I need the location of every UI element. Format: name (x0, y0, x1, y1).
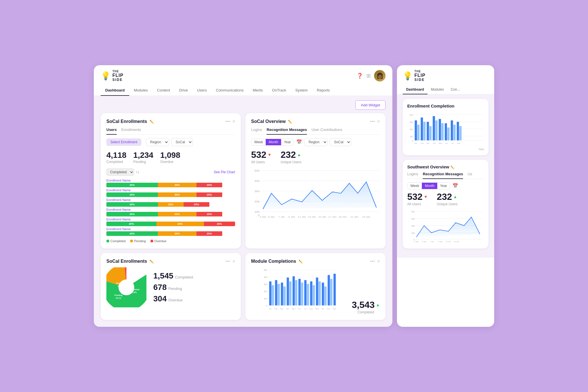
sw-tab-recognition[interactable]: Recognition Messages (423, 172, 463, 179)
svg-text:200: 200 (411, 232, 415, 234)
svg-rect-51 (289, 281, 291, 305)
svg-text:350: 350 (411, 225, 415, 227)
module-widget-header: Module Completions ✏️ ••• ≡ (251, 259, 380, 264)
nav-ontrack[interactable]: OnTrack (267, 85, 291, 96)
sort-arrows-icon[interactable]: ↑↓ (136, 170, 139, 174)
select-enrollment-btn[interactable]: Select Enrollment (106, 138, 141, 146)
progress-bar-item: Enrollment Name 40% 30% 20% (106, 179, 235, 187)
svg-rect-64 (328, 275, 330, 306)
svg-rect-56 (304, 280, 307, 305)
add-widget-button[interactable]: Add Widget (355, 100, 386, 110)
svg-text:May: May (439, 142, 442, 144)
socal-select[interactable]: SoCal (171, 138, 193, 146)
svg-text:5 Jan: 5 Jan (268, 216, 275, 218)
svg-text:Aug: Aug (309, 308, 313, 310)
legend-dot-overdue (150, 240, 153, 242)
tab-enrollments[interactable]: Enrollments (121, 128, 141, 135)
layout-icon[interactable]: ⊞ (366, 73, 371, 79)
overview-more-icon[interactable]: ••• (370, 119, 375, 124)
bar-overdue: 20% (196, 231, 222, 236)
period-month[interactable]: Month (266, 139, 281, 145)
more-options-icon[interactable]: ••• (225, 119, 230, 124)
svg-text:19.1%: 19.1% (116, 297, 122, 299)
see-pie-link[interactable]: See Pie Chart (214, 170, 235, 174)
bar-overdue: 25% (204, 222, 235, 226)
svg-text:15 Jan: 15 Jan (318, 216, 326, 218)
overview-tab-logins[interactable]: Logins (251, 128, 262, 135)
module-more-icon[interactable]: ••• (370, 259, 375, 264)
pie-widget-controls: ••• ≡ (225, 259, 235, 264)
period-btn-group: Week Month Year (251, 139, 294, 146)
svg-text:Dec: Dec (333, 308, 336, 310)
nav-drive[interactable]: Drive (175, 85, 192, 96)
logo-icon: 💡 (101, 71, 111, 81)
nav-users[interactable]: Users (192, 85, 211, 96)
overview-menu-icon[interactable]: ≡ (377, 119, 380, 124)
tab-users[interactable]: Users (106, 128, 117, 135)
sw-period-month[interactable]: Month (422, 183, 437, 189)
help-icon[interactable]: ❓ (357, 73, 363, 79)
sw-calendar-icon[interactable]: 📅 (452, 183, 458, 188)
stat-completed: 4,118 Completed (106, 151, 126, 164)
sw-unique-users-arrow: ▲ (453, 194, 457, 199)
side-logo-flip: FLIP (414, 73, 426, 78)
widget-title-enrollments: SoCal Enrollments ✏️ (106, 119, 154, 124)
nav-dashboard[interactable]: Dashboard (101, 85, 129, 96)
svg-rect-101 (451, 120, 453, 140)
sw-period-week[interactable]: Week (408, 183, 422, 189)
svg-text:Pending: Pending (114, 294, 122, 297)
nav-merits[interactable]: Merits (248, 85, 267, 96)
overview-region-select[interactable]: Region (304, 138, 327, 146)
logo-the: THE (112, 70, 124, 73)
svg-text:350: 350 (255, 190, 260, 193)
svg-marker-11 (263, 182, 376, 209)
svg-text:11 Jan: 11 Jan (298, 216, 306, 218)
all-users-arrow: ▼ (267, 152, 271, 157)
sort-row: Completed ↑↓ See Pie Chart (106, 168, 235, 176)
progress-bar-name: Enrollment Name (106, 227, 235, 231)
svg-rect-103 (457, 122, 459, 140)
calendar-icon[interactable]: 📅 (296, 139, 302, 145)
bar-overdue: 20% (196, 192, 222, 197)
svg-text:300: 300 (264, 283, 267, 286)
pie-menu-icon[interactable]: ≡ (233, 259, 235, 264)
pie-widget-body: Overdue 17.0% Pending 19.1% Completed 63… (106, 267, 235, 307)
svg-text:Overdue: Overdue (116, 282, 126, 284)
module-bar-chart: 500 400 300 200 100 0 (251, 267, 347, 314)
sw-period-year[interactable]: Year (437, 183, 450, 189)
widget-controls: ••• ≡ (225, 119, 235, 124)
sw-tab-contributions[interactable]: Us (468, 172, 472, 179)
nav-content[interactable]: Content (152, 85, 175, 96)
nav-communications[interactable]: Communications (211, 85, 248, 96)
side-nav-content[interactable]: Content (447, 85, 464, 94)
side-nav-dashboard[interactable]: Dashboard (403, 85, 428, 94)
side-nav-modules[interactable]: Modules (428, 85, 447, 94)
period-week[interactable]: Week (251, 139, 266, 145)
bar-completed: 40% (106, 231, 158, 236)
overview-socal-select[interactable]: SoCal (330, 138, 351, 146)
nav-reports[interactable]: Reports (312, 85, 335, 96)
svg-rect-94 (429, 126, 432, 140)
region-select[interactable]: Region (146, 138, 169, 146)
module-widget-controls: ••• ≡ (370, 259, 380, 264)
svg-text:200: 200 (264, 290, 267, 293)
overview-tab-recognition[interactable]: Recognition Messages (267, 128, 307, 135)
period-year[interactable]: Year (281, 139, 294, 145)
sw-tab-logins[interactable]: Logins (407, 172, 418, 179)
avatar[interactable]: 👩🏾 (374, 70, 386, 81)
sort-select[interactable]: Completed (106, 168, 134, 176)
pie-title-wrap: SoCal Enrollments ✏️ (106, 259, 154, 264)
nav-system[interactable]: System (291, 85, 312, 96)
side-nav: Dashboard Modules Content (397, 85, 494, 94)
overview-tab-contributions[interactable]: User Contributions (311, 128, 342, 135)
pie-more-icon[interactable]: ••• (225, 259, 230, 264)
svg-text:13 Jan: 13 Jan (454, 241, 459, 242)
module-menu-icon[interactable]: ≡ (377, 259, 380, 264)
svg-text:Completed: Completed (128, 288, 139, 291)
menu-icon[interactable]: ≡ (233, 119, 235, 124)
nav-modules[interactable]: Modules (129, 85, 152, 96)
svg-text:5 Jan: 5 Jan (422, 241, 426, 242)
svg-text:0: 0 (414, 239, 415, 241)
svg-text:Jan: Jan (414, 142, 417, 144)
progress-bar-visual: 40% 30% 20% (106, 192, 235, 197)
